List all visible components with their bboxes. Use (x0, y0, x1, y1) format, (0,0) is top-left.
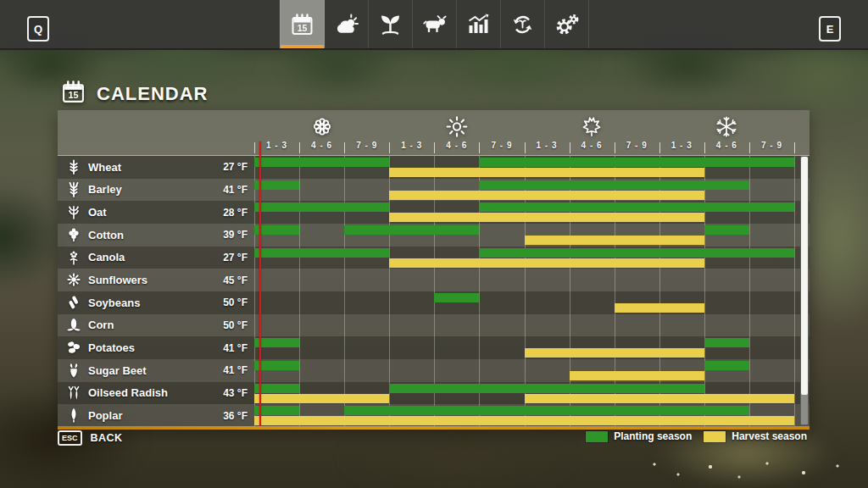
crop-row-potatoes: Potatoes41 °F (58, 336, 810, 359)
crop-row-canola: Canola27 °F (58, 247, 810, 269)
corn-icon (66, 318, 81, 333)
cotton-icon (66, 227, 81, 242)
seedling-icon (378, 13, 403, 36)
poplar-icon (66, 408, 81, 423)
svg-text:15: 15 (298, 22, 308, 32)
germination-temperature: 45 °F (223, 269, 248, 291)
planting-bar (704, 361, 749, 370)
current-day-marker (259, 141, 261, 426)
germination-temperature: 50 °F (223, 291, 248, 314)
planting-bar (389, 384, 704, 393)
planting-bar (254, 202, 389, 212)
column-tick (570, 142, 570, 153)
column-tick (434, 142, 435, 153)
column-tick (254, 142, 255, 153)
bar-chart-icon (466, 13, 491, 36)
page-title: CALENDAR (97, 83, 208, 105)
game-screen: Q 15 E 15 CALENDAR 1 - 34 - 67 - 91 - 34… (0, 0, 868, 488)
harvest-bar (615, 303, 704, 313)
crop-row-barley: Barley41 °F (58, 179, 810, 202)
legend-item: Planting season (586, 430, 692, 442)
crop-season-cells (254, 201, 794, 224)
harvest-bar (389, 168, 704, 177)
tab-settings[interactable] (545, 0, 589, 48)
crop-name: Potatoes (88, 336, 135, 359)
esc-key-badge[interactable]: ESC (58, 430, 82, 446)
oat-icon (66, 204, 81, 219)
back-control[interactable]: ESC BACK (58, 430, 123, 446)
germination-temperature: 27 °F (223, 156, 248, 179)
planting-bar (344, 406, 749, 415)
legend-item: Harvest season (704, 430, 807, 442)
planting-bar (254, 248, 389, 258)
period-label: 4 - 6 (704, 141, 749, 150)
weather-icon (334, 13, 359, 36)
next-page-key-hint[interactable]: E (819, 16, 841, 42)
period-label: 4 - 6 (434, 141, 480, 150)
crop-season-cells (254, 314, 794, 337)
crop-name: Oat (88, 201, 107, 224)
tab-rotation[interactable] (501, 0, 545, 48)
crop-season-cells (254, 291, 794, 314)
period-label: 4 - 6 (569, 141, 615, 150)
sunflower-icon (66, 272, 81, 287)
calendar-panel: 1 - 34 - 67 - 91 - 34 - 67 - 91 - 34 - 6… (58, 110, 810, 430)
crop-name: Oilseed Radish (88, 382, 168, 405)
harvest-bar (525, 236, 704, 245)
crop-row-sugar-beet: Sugar Beet41 °F (58, 359, 810, 382)
svg-text:15: 15 (68, 90, 78, 100)
harvest-bar (389, 213, 704, 222)
crop-row-oilseed-radish: Oilseed Radish43 °F (58, 382, 810, 405)
crop-row-cotton: Cotton39 °F (58, 224, 810, 247)
tab-weather[interactable] (325, 0, 369, 48)
germination-temperature: 39 °F (223, 224, 248, 247)
harvest-bar (525, 348, 704, 358)
crop-name: Sugar Beet (88, 359, 147, 382)
planting-bar (434, 293, 479, 302)
cow-icon (422, 13, 447, 36)
legend-swatch (704, 431, 726, 442)
column-tick (344, 142, 345, 153)
crop-season-cells (254, 247, 794, 269)
calendar-icon: 15 (290, 13, 314, 36)
column-tick (299, 142, 300, 153)
scrollbar-thumb[interactable] (801, 157, 808, 395)
crop-name: Poplar (88, 404, 122, 427)
back-button-label: BACK (91, 432, 123, 444)
crop-season-cells (254, 156, 794, 179)
column-tick (794, 142, 795, 153)
planting-bar (479, 248, 794, 258)
wheat-icon (66, 159, 81, 175)
germination-temperature: 50 °F (223, 314, 248, 337)
oilseed-radish-icon (66, 385, 81, 401)
page-header: 15 CALENDAR (61, 80, 208, 108)
crop-name: Corn (88, 314, 114, 337)
crop-row-soybeans: Soybeans50 °F (58, 291, 810, 314)
germination-temperature: 43 °F (223, 382, 248, 405)
germination-temperature: 41 °F (223, 359, 248, 382)
planting-bar (704, 225, 749, 235)
crop-name: Sunflowers (88, 269, 147, 291)
scrollbar[interactable] (800, 156, 809, 425)
prev-page-key-hint[interactable]: Q (27, 16, 49, 42)
column-tick (615, 142, 615, 153)
crop-season-cells (254, 269, 794, 291)
period-label: 1 - 3 (659, 141, 704, 150)
planting-bar (344, 225, 479, 235)
tab-calendar[interactable]: 15 (280, 0, 325, 48)
tab-crops[interactable] (369, 0, 413, 48)
period-label: 4 - 6 (299, 141, 345, 150)
season-spring-flower-icon (310, 115, 334, 138)
planting-bar (479, 180, 749, 190)
tab-animals[interactable] (413, 0, 457, 48)
crop-rows: Wheat27 °FBarley41 °FOat28 °FCotton39 °F… (58, 155, 810, 427)
legend: Planting seasonHarvest season (58, 430, 807, 442)
harvest-bar (254, 416, 794, 425)
crop-name: Soybeans (88, 291, 140, 314)
crop-season-cells (254, 382, 794, 405)
column-tick (659, 142, 660, 153)
harvest-bar (525, 394, 795, 403)
column-tick (389, 142, 390, 153)
tab-strip: 15 (280, 0, 589, 48)
tab-economy[interactable] (457, 0, 501, 48)
